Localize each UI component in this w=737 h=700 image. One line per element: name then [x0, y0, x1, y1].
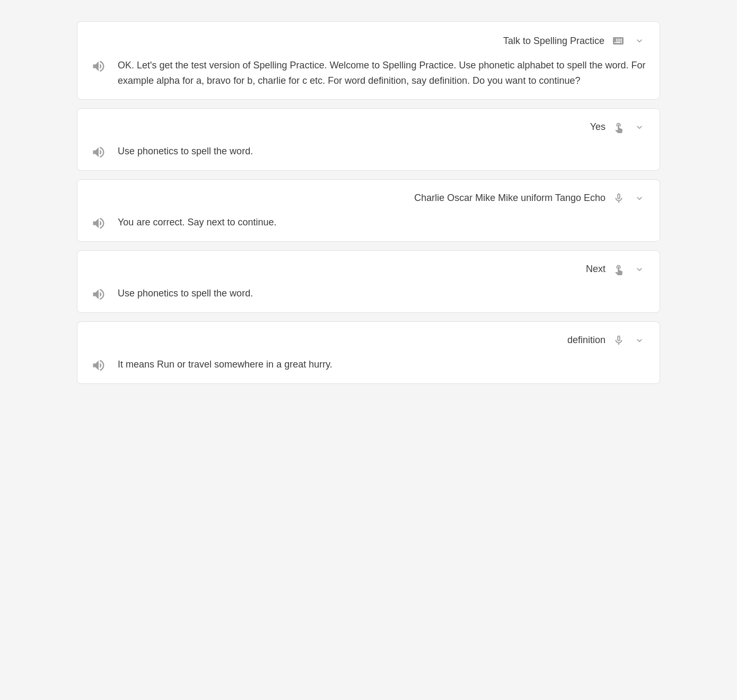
mic-icon-2[interactable]	[611, 332, 627, 348]
card-2: Yes Use phonetics to spell the word.	[77, 108, 660, 171]
sound-icon-3[interactable]	[90, 216, 107, 231]
card-4: Next Use phonetics to spell the word.	[77, 250, 660, 313]
card-5-header-text: definition	[567, 335, 606, 346]
sound-icon-2[interactable]	[90, 145, 107, 160]
mic-icon-1[interactable]	[611, 190, 627, 206]
card-4-message: Use phonetics to spell the word.	[118, 286, 647, 301]
chevron-down-icon-3[interactable]	[632, 191, 647, 206]
card-5: definition It means Run or travel somewh…	[77, 321, 660, 384]
card-1-header-text: Talk to Spelling Practice	[503, 36, 604, 47]
sound-icon-5[interactable]	[90, 358, 107, 373]
touch-icon-1[interactable]	[611, 119, 627, 135]
card-5-message: It means Run or travel somewhere in a gr…	[118, 357, 647, 372]
card-3-message: You are correct. Say next to continue.	[118, 215, 647, 230]
card-1-header: Talk to Spelling Practice	[90, 32, 647, 49]
sound-icon-1[interactable]	[90, 59, 107, 74]
keyboard-icon[interactable]	[610, 32, 627, 49]
sound-icon-4[interactable]	[90, 287, 107, 302]
card-5-header: definition	[90, 332, 647, 348]
card-4-header: Next	[90, 261, 647, 277]
card-1-message: OK. Let's get the test version of Spelli…	[118, 58, 647, 89]
chevron-down-icon-5[interactable]	[632, 333, 647, 348]
chevron-down-icon-2[interactable]	[632, 120, 647, 135]
card-2-body: Use phonetics to spell the word.	[90, 144, 647, 160]
card-3-body: You are correct. Say next to continue.	[90, 215, 647, 231]
card-3-header: Charlie Oscar Mike Mike uniform Tango Ec…	[90, 190, 647, 206]
conversation-container: Talk to Spelling Practice OK. Let's get …	[77, 11, 660, 395]
card-3-header-text: Charlie Oscar Mike Mike uniform Tango Ec…	[414, 192, 606, 204]
card-2-header: Yes	[90, 119, 647, 135]
card-1-body: OK. Let's get the test version of Spelli…	[90, 58, 647, 89]
card-2-header-text: Yes	[590, 121, 606, 133]
card-2-message: Use phonetics to spell the word.	[118, 144, 647, 159]
card-3: Charlie Oscar Mike Mike uniform Tango Ec…	[77, 179, 660, 242]
chevron-down-icon-4[interactable]	[632, 262, 647, 277]
card-4-header-text: Next	[586, 264, 606, 275]
chevron-down-icon-1[interactable]	[632, 33, 647, 48]
card-1: Talk to Spelling Practice OK. Let's get …	[77, 21, 660, 100]
card-5-body: It means Run or travel somewhere in a gr…	[90, 357, 647, 373]
card-4-body: Use phonetics to spell the word.	[90, 286, 647, 302]
touch-icon-2[interactable]	[611, 261, 627, 277]
